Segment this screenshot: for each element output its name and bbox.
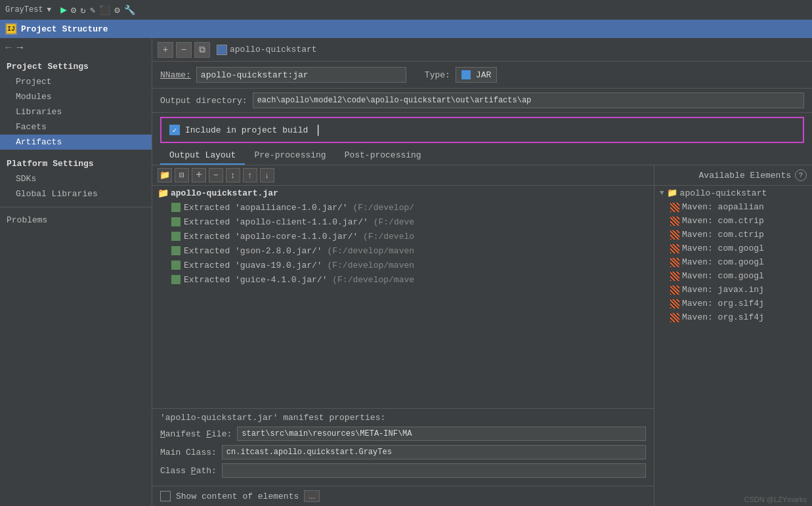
tree-collapse-btn[interactable]: ⊟ (175, 168, 189, 182)
terminal-icon[interactable]: ⬛ (99, 5, 110, 16)
tree-item-2[interactable]: Extracted 'apollo-core-1.1.0.jar/' (F:/d… (152, 229, 654, 243)
back-arrow[interactable]: ← (5, 42, 12, 54)
window-title: Project Structure (21, 24, 108, 34)
type-label: Type: (425, 70, 450, 80)
sidebar-item-modules[interactable]: Modules (0, 89, 152, 104)
include-in-build-checkbox[interactable]: ✓ (169, 125, 180, 135)
config-icon[interactable]: ⚙ (114, 5, 119, 16)
tab-pre-processing[interactable]: Pre-processing (245, 147, 335, 165)
help-button[interactable]: ? (795, 169, 807, 181)
manifest-file-input[interactable] (237, 427, 646, 441)
maven-icon-3 (670, 244, 679, 253)
manifest-file-label: Manifest File: (160, 429, 232, 439)
maven-icon-0 (670, 203, 679, 212)
show-content-label: Show content of elements (176, 492, 299, 501)
tree-down-btn[interactable]: ↓ (260, 168, 274, 182)
tree-item-3[interactable]: Extracted 'gson-2.8.0.jar/' (F:/develop/… (152, 243, 654, 258)
tree-add-folder-btn[interactable]: 📁 (158, 168, 172, 182)
sidebar-item-libraries[interactable]: Libraries (0, 104, 152, 119)
tab-output-layout[interactable]: Output Layout (160, 147, 245, 165)
name-type-row: NName: Type: JAR (152, 62, 812, 89)
name-input[interactable] (196, 67, 406, 83)
tree-item-label-4: Extracted 'guava-19.0.jar/' (F:/develop/… (184, 261, 414, 270)
available-item-6[interactable]: Maven: javax.inj (654, 283, 812, 297)
tree-item-label-3: Extracted 'gson-2.8.0.jar/' (F:/develop/… (184, 246, 414, 256)
tree-item-label-2: Extracted 'apollo-core-1.1.0.jar/' (F:/d… (184, 232, 414, 242)
maven-icon-5 (670, 272, 679, 281)
output-dir-input[interactable] (253, 93, 804, 108)
manifest-file-row: Manifest File: (160, 427, 646, 441)
remove-artifact-button[interactable]: − (176, 42, 192, 58)
available-item-1[interactable]: Maven: com.ctrip (654, 214, 812, 228)
sync-icon[interactable]: ↻ (80, 5, 85, 16)
tree-add-btn[interactable]: + (192, 168, 206, 182)
available-header: Available Elements ? (654, 165, 812, 186)
tree-remove-btn[interactable]: − (209, 168, 223, 182)
project-settings-heading: Project Settings (0, 58, 152, 74)
extracted-icon-3 (171, 245, 181, 256)
tree-item-label-5: Extracted 'guice-4.1.0.jar/' (F:/develop… (184, 275, 414, 285)
artifact-list-item[interactable]: apollo-quickstart (213, 43, 321, 56)
dropdown-arrow[interactable]: ▼ (47, 6, 52, 14)
platform-settings-heading: Platform Settings (0, 155, 152, 171)
run-icon[interactable]: ▶ (60, 3, 67, 16)
file-tree-panel: 📁 ⊟ + − ↕ ↑ ↓ 📁 apollo-quickstart.jar (152, 165, 654, 506)
available-item-0[interactable]: Maven: aopallian (654, 200, 812, 214)
type-value-box: JAR (456, 67, 497, 83)
project-name-label: GrayTest (5, 5, 43, 14)
available-root-item[interactable]: ▼ 📁 apollo-quickstart (654, 186, 812, 200)
forward-arrow[interactable]: → (17, 42, 24, 54)
available-item-4[interactable]: Maven: com.googl (654, 255, 812, 269)
available-list: ▼ 📁 apollo-quickstart Maven: aopallian M… (654, 186, 812, 506)
tree-item-label-1: Extracted 'apollo-client-1.1.0.jar/' (F:… (184, 217, 414, 227)
sidebar-item-project[interactable]: Project (0, 74, 152, 89)
sidebar-item-artifacts[interactable]: Artifacts (0, 135, 152, 150)
tree-item-5[interactable]: Extracted 'guice-4.1.0.jar/' (F:/develop… (152, 272, 654, 287)
tree-item-4[interactable]: Extracted 'guava-19.0.jar/' (F:/develop/… (152, 258, 654, 272)
tree-item-1[interactable]: Extracted 'apollo-client-1.1.0.jar/' (F:… (152, 215, 654, 229)
show-content-checkbox[interactable] (160, 491, 171, 501)
main-class-label: Main Class: (160, 448, 217, 457)
tools-icon[interactable]: 🔧 (124, 5, 135, 16)
tab-post-processing[interactable]: Post-processing (335, 147, 431, 165)
build-icon[interactable]: ⚙ (71, 5, 76, 16)
maven-icon-4 (670, 258, 679, 267)
tree-sort-btn[interactable]: ↕ (226, 168, 240, 182)
edit-icon[interactable]: ✎ (90, 5, 95, 16)
main-class-input[interactable] (222, 445, 646, 459)
extracted-icon-4 (171, 260, 181, 270)
available-panel: Available Elements ? ▼ 📁 apollo-quicksta… (654, 165, 812, 506)
sidebar-item-problems[interactable]: Problems (0, 213, 152, 228)
add-artifact-button[interactable]: + (158, 42, 173, 58)
sidebar-item-facets[interactable]: Facets (0, 119, 152, 135)
available-item-3[interactable]: Maven: com.googl (654, 242, 812, 255)
sidebar-item-sdks[interactable]: SDKs (0, 171, 152, 186)
extracted-icon-2 (171, 231, 181, 242)
available-item-8[interactable]: Maven: org.slf4j (654, 310, 812, 324)
tree-item-0[interactable]: Extracted 'aopalliance-1.0.jar/' (F:/dev… (152, 200, 654, 215)
sidebar-item-global-libraries[interactable]: Global Libraries (0, 186, 152, 201)
jar-type-icon (461, 70, 471, 79)
available-item-5[interactable]: Maven: com.googl (654, 269, 812, 283)
class-path-label: Class Path: (160, 466, 217, 476)
maven-icon-8 (670, 313, 679, 322)
sidebar-divider (0, 207, 152, 207)
maven-icon-1 (670, 217, 679, 226)
main-class-row: Main Class: (160, 445, 646, 459)
artifact-list-icon (217, 45, 227, 55)
show-content-button[interactable]: ... (304, 490, 320, 502)
include-in-build-row: ✓ Include in project build | (160, 117, 804, 143)
manifest-section: 'apollo-quickstart.jar' manifest propert… (152, 408, 654, 486)
tree-up-btn[interactable]: ↑ (243, 168, 257, 182)
copy-artifact-button[interactable]: ⧉ (194, 42, 210, 58)
tree-root-item[interactable]: 📁 apollo-quickstart.jar (152, 186, 654, 200)
content-topbar: + − ⧉ apollo-quickstart (152, 38, 812, 62)
available-item-2[interactable]: Maven: com.ctrip (654, 228, 812, 242)
name-label: NName: (160, 70, 191, 80)
class-path-input[interactable] (222, 463, 646, 478)
available-item-7[interactable]: Maven: org.slf4j (654, 297, 812, 310)
extracted-icon-5 (171, 274, 181, 285)
nav-arrows: ← → (0, 38, 152, 58)
folder-icon-available: 📁 (667, 188, 677, 198)
tabs-row: Output Layout Pre-processing Post-proces… (152, 147, 812, 165)
